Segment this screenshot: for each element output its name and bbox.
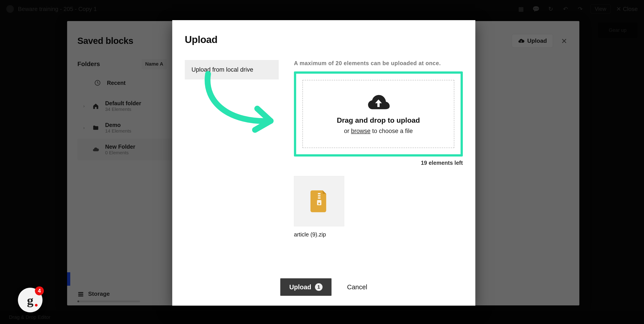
- svg-rect-4: [318, 193, 320, 194]
- app-launcher-glyph: g: [27, 293, 34, 308]
- notification-badge: 4: [35, 286, 44, 295]
- dropzone-subtitle: or browse to choose a file: [344, 128, 413, 135]
- cancel-button[interactable]: Cancel: [347, 283, 367, 291]
- dropzone-highlight: Drag and drop to upload or browse to cho…: [294, 71, 463, 157]
- upload-modal-title: Upload: [185, 34, 463, 45]
- file-card[interactable]: article (9).zip: [294, 176, 344, 238]
- elements-left-label: 19 elements left: [294, 160, 463, 166]
- upload-count-badge: 1: [315, 283, 322, 291]
- file-thumbnail: [294, 176, 344, 226]
- cloud-upload-icon: [366, 94, 391, 112]
- browse-link[interactable]: browse: [351, 128, 370, 134]
- upload-button[interactable]: Upload 1: [280, 278, 331, 296]
- svg-point-8: [318, 202, 320, 204]
- svg-rect-6: [318, 197, 320, 199]
- dropzone-title: Drag and drop to upload: [337, 116, 420, 125]
- svg-rect-7: [317, 200, 322, 205]
- file-name: article (9).zip: [294, 231, 344, 238]
- dot-icon: [35, 304, 38, 306]
- upload-modal: Upload Upload from local drive A maximum…: [172, 20, 475, 306]
- pending-files: article (9).zip: [294, 176, 463, 238]
- dropzone[interactable]: Drag and drop to upload or browse to cho…: [302, 80, 454, 148]
- zip-file-icon: [310, 190, 328, 212]
- upload-button-label: Upload: [289, 283, 311, 291]
- upload-modal-actions: Upload 1 Cancel: [172, 271, 475, 306]
- app-launcher-badge[interactable]: g 4: [18, 288, 42, 312]
- svg-rect-5: [318, 195, 320, 196]
- tab-upload-local[interactable]: Upload from local drive: [185, 60, 279, 80]
- upload-max-note: A maximum of 20 elements can be uploaded…: [294, 60, 463, 67]
